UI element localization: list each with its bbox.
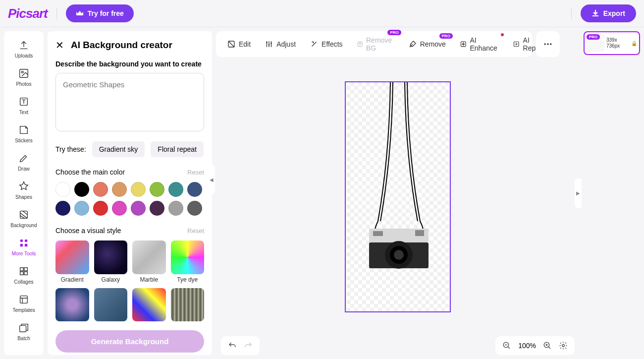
color-swatch[interactable] xyxy=(150,201,164,216)
adjust-icon xyxy=(265,40,273,49)
sidebar-item-label: Templates xyxy=(12,307,35,313)
gear-icon xyxy=(559,341,568,350)
download-icon xyxy=(591,9,599,17)
prompt-input[interactable] xyxy=(55,73,204,131)
color-section-title: Choose the main color xyxy=(55,168,125,176)
reset-color-button[interactable]: Reset xyxy=(187,169,204,176)
sidebar-item-collages[interactable]: Collages xyxy=(8,262,40,288)
edit-button[interactable]: Edit xyxy=(221,36,257,53)
lock-icon: 🔒 xyxy=(631,41,637,46)
collapse-panel-button[interactable]: ◀ xyxy=(208,165,215,194)
style-section-title: Choose a visual style xyxy=(55,227,121,235)
background-icon xyxy=(18,209,30,221)
reset-style-button[interactable]: Reset xyxy=(187,227,204,235)
undo-redo-bar xyxy=(221,336,260,355)
artboard[interactable] xyxy=(345,81,451,312)
color-swatch[interactable] xyxy=(187,201,202,216)
sidebar-item-shapes[interactable]: Shapes xyxy=(8,178,40,203)
remove-button[interactable]: Remove PRO xyxy=(402,36,452,53)
svg-rect-11 xyxy=(24,272,27,275)
style-option[interactable] xyxy=(55,288,89,322)
panel-title: AI Background creator xyxy=(71,40,172,51)
color-swatch[interactable] xyxy=(55,201,70,216)
remove-bg-button[interactable]: Remove BG PRO xyxy=(351,32,400,56)
color-swatch[interactable] xyxy=(55,182,70,197)
sidebar-item-label: Draw xyxy=(18,166,29,172)
color-swatch[interactable] xyxy=(168,182,183,197)
style-option[interactable]: Marble xyxy=(132,240,166,283)
redo-button[interactable] xyxy=(244,341,253,350)
generate-background-button[interactable]: Generate Background xyxy=(55,330,204,353)
style-option[interactable] xyxy=(94,288,128,322)
try-these-label: Try these: xyxy=(55,145,86,153)
color-swatch[interactable] xyxy=(93,182,108,197)
svg-point-1 xyxy=(21,71,23,73)
sidebar-item-more-tools[interactable]: More Tools xyxy=(8,234,40,259)
text-icon xyxy=(18,96,30,108)
sidebar-item-text[interactable]: Text xyxy=(8,93,40,118)
svg-rect-13 xyxy=(20,325,26,332)
export-button[interactable]: Export xyxy=(581,4,636,22)
collages-icon xyxy=(18,265,30,277)
zoom-bar: 100% xyxy=(495,336,575,355)
zoom-in-icon xyxy=(543,341,552,350)
style-option[interactable]: Gradient xyxy=(55,240,89,283)
color-swatch[interactable] xyxy=(74,201,89,216)
sidebar-item-batch[interactable]: Batch xyxy=(8,319,40,344)
batch-icon xyxy=(18,322,30,334)
sidebar-item-label: Stickers xyxy=(15,138,33,143)
style-option[interactable]: Tye dye xyxy=(171,240,205,283)
suggestion-floral-repeat[interactable]: Floral repeat xyxy=(151,141,204,157)
style-thumbnail xyxy=(171,288,205,322)
zoom-in-button[interactable] xyxy=(543,341,552,350)
adjust-button[interactable]: Adjust xyxy=(259,36,302,53)
try-free-button[interactable]: Try for free xyxy=(66,4,134,22)
color-swatch[interactable] xyxy=(112,182,127,197)
color-swatch[interactable] xyxy=(112,201,127,216)
next-panel-button[interactable]: ▶ xyxy=(575,179,582,208)
enhance-icon xyxy=(460,40,467,49)
sidebar-item-templates[interactable]: Templates xyxy=(8,291,40,316)
effects-button[interactable]: Effects xyxy=(304,36,349,53)
undo-button[interactable] xyxy=(228,341,237,350)
suggestion-gradient-sky[interactable]: Gradient sky xyxy=(92,141,145,157)
remove-icon xyxy=(408,40,417,49)
sidebar-item-draw[interactable]: Draw xyxy=(8,149,40,175)
settings-button[interactable] xyxy=(559,341,568,350)
tool-label: Remove BG xyxy=(366,36,394,52)
svg-rect-10 xyxy=(20,272,23,275)
color-swatch[interactable] xyxy=(150,182,164,197)
style-option[interactable]: Galaxy xyxy=(94,240,128,283)
color-swatch[interactable] xyxy=(131,182,146,197)
sidebar-item-background[interactable]: Background xyxy=(8,206,40,231)
sidebar-item-label: More Tools xyxy=(12,251,36,256)
remove-bg-icon xyxy=(357,40,363,49)
sidebar-item-uploads[interactable]: Uploads xyxy=(8,36,40,61)
close-panel-button[interactable]: ✕ xyxy=(55,39,64,51)
more-tools-button[interactable] xyxy=(536,31,560,57)
svg-rect-9 xyxy=(24,268,27,271)
effects-icon xyxy=(310,40,319,49)
sidebar-item-label: Collages xyxy=(14,279,34,285)
color-swatch[interactable] xyxy=(168,201,183,216)
undo-icon xyxy=(228,341,237,350)
svg-point-19 xyxy=(544,43,546,45)
zoom-out-button[interactable] xyxy=(502,341,511,350)
color-swatch[interactable] xyxy=(74,182,89,197)
ai-enhance-button[interactable]: AI Enhance xyxy=(454,32,505,56)
style-option[interactable] xyxy=(171,288,205,322)
canvas-stage[interactable] xyxy=(216,62,580,331)
more-tools-icon xyxy=(18,237,30,249)
color-swatch[interactable] xyxy=(131,201,146,216)
style-thumbnail xyxy=(55,288,89,322)
color-swatch[interactable] xyxy=(187,182,202,197)
style-option[interactable] xyxy=(132,288,166,322)
color-swatch[interactable] xyxy=(93,201,108,216)
sidebar-item-stickers[interactable]: Stickers xyxy=(8,121,40,146)
sidebar-item-photos[interactable]: Photos xyxy=(8,64,40,90)
tool-label: Edit xyxy=(239,40,251,48)
svg-rect-6 xyxy=(20,244,23,247)
style-thumbnail xyxy=(55,240,89,274)
canvas-toolbar: Edit Adjust Effects Remove BG PRO Remove… xyxy=(216,31,532,57)
layer-thumbnail[interactable]: PRO 339x 736px 🔒 xyxy=(584,31,640,55)
